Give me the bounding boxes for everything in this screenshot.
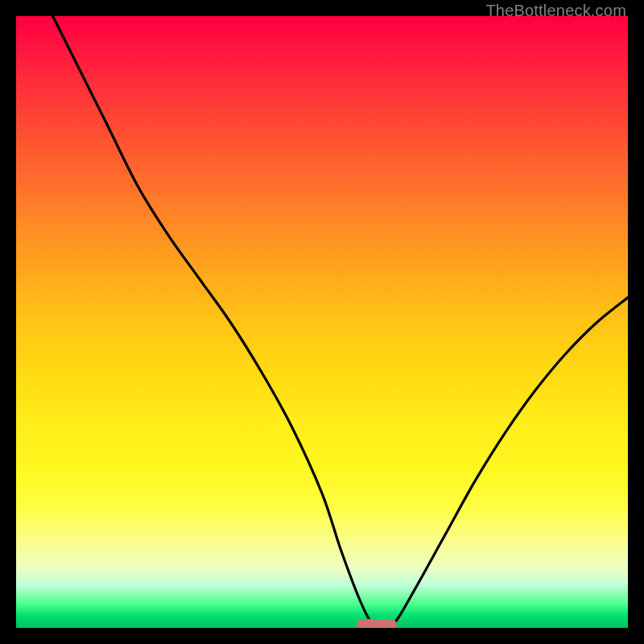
chart-frame: TheBottleneck.com xyxy=(0,0,644,644)
watermark-label: TheBottleneck.com xyxy=(485,2,626,20)
curve-layer xyxy=(16,16,628,628)
optimal-marker xyxy=(357,619,397,628)
plot-area xyxy=(16,16,628,628)
bottleneck-curve xyxy=(53,16,628,628)
